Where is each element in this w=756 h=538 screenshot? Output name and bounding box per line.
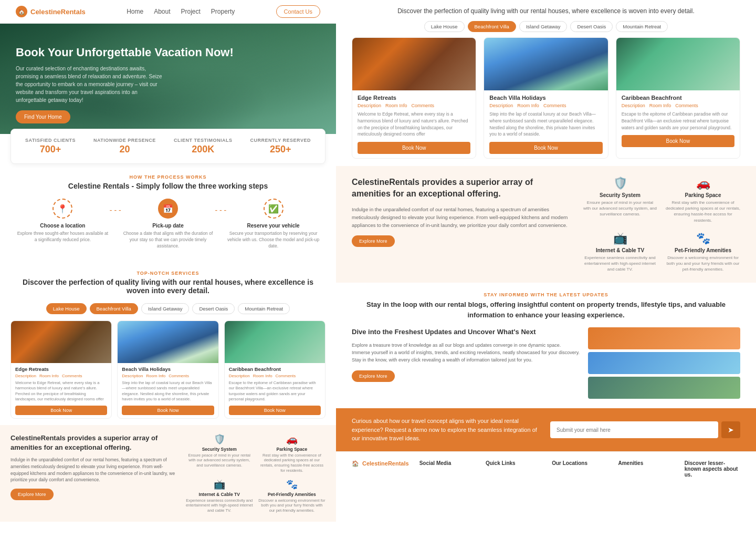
right-roominfo-tab-1[interactable]: Room Info [517,103,539,108]
step-3-title: Reserve your vehicle [226,223,320,229]
stat-reserved: CURRENTLY RESERVED 250+ [250,138,311,155]
property-section-left: TOP-NOTCH SERVICES Discover the perfecti… [0,265,336,425]
card-comments-tab-2[interactable]: Comments [276,374,296,378]
right-tab-desert-oasis[interactable]: Desert Oasis [570,21,613,32]
amenities-section-right: CelestineRentals provides a superior arr… [336,166,756,283]
stats-bar: SATISFIED CLIENTS 700+ NATIONWIDE PRESEN… [10,129,326,164]
tab-desert-oasis[interactable]: Desert Oasis [192,303,235,314]
stat-value-1: 20 [93,144,156,155]
right-desc-tab-1[interactable]: Description [489,103,513,108]
book-btn-1[interactable]: Book Now [122,406,214,415]
explore-btn-left[interactable]: Explore More [10,489,54,500]
nav-about[interactable]: About [154,8,170,15]
footer-locations: Our Locations [552,460,607,480]
right-card-img-2 [616,38,740,90]
right-card-tabs-2: Description Room Info Comments [622,103,734,108]
right-amenity-pet: 🐾 Pet-Friendly Amenities Discover a welc… [666,232,740,273]
logo: 🏠 CelestineRentals [16,6,86,17]
amenities-right-icons: 🛡️ Security System Ensure peace of mind … [583,177,740,272]
card-roominfo-tab-0[interactable]: Room Info [39,374,59,378]
card-desc-tab-0[interactable]: Description [15,374,36,378]
right-card-body-0: Edge Retreats Description Room Info Comm… [352,90,476,158]
right-book-btn-1[interactable]: Book Now [489,142,602,154]
card-comments-tab-0[interactable]: Comments [62,374,82,378]
amenities-right-desc: Indulge in the unparalleled comfort of o… [352,205,572,230]
card-comments-tab-1[interactable]: Comments [169,374,189,378]
step-2-icon: 📅 [158,199,178,219]
right-roominfo-tab-0[interactable]: Room Info [385,103,407,108]
tab-island-getaway[interactable]: Island Getaway [141,303,189,314]
right-desc-tab-2[interactable]: Description [622,103,645,108]
tab-beachfront-villa[interactable]: Beachfront Villa [90,303,138,314]
right-tab-island-getaway[interactable]: Island Getaway [519,21,567,32]
cta-section: Curious about how our travel concept ali… [336,408,756,451]
card-desc-2: Escape to the epitome of Caribbean parad… [229,380,321,402]
amenities-desc-left: Indulge in the unparalleled comfort of o… [10,457,178,483]
hero-headline: Book Your Unforgettable Vacation Now! [16,45,234,60]
blog-text: Dive into the Freshest Updates and Uncov… [352,327,580,381]
cta-send-button[interactable]: ➤ [721,421,740,438]
tab-lake-house[interactable]: Lake House [46,303,87,314]
right-internet-name: Internet & Cable TV [583,247,657,253]
card-roominfo-tab-1[interactable]: Room Info [146,374,165,378]
explore-btn-right[interactable]: Explore More [352,235,395,247]
blog-img-2 [588,352,740,374]
blog-explore-btn[interactable]: Explore More [352,370,395,382]
step-2-title: Pick-up date [121,223,215,229]
amenities-right-heading: CelestineRentals provides a superior arr… [352,177,572,200]
step-1-title: Choose a location [16,223,110,229]
nav-home[interactable]: Home [127,8,143,15]
security-icon-left: 🛡️ [186,433,253,445]
card-roominfo-tab-2[interactable]: Room Info [253,374,272,378]
right-tab-lake-house[interactable]: Lake House [424,21,465,32]
card-desc-1: Step into the lap of coastal luxury at o… [122,380,214,402]
contact-button[interactable]: Contact Us [276,5,320,18]
right-property-card-0: Edge Retreats Description Room Info Comm… [352,37,476,159]
card-desc-tab-1[interactable]: Description [122,374,143,378]
right-amenity-parking: 🚗 Parking Space Rest stay with the conve… [666,177,740,223]
stat-satisfied-clients: SATISFIED CLIENTS 700+ [25,138,76,155]
card-tabs-2: Description Room Info Comments [229,374,321,378]
hero-content: Book Your Unforgettable Vacation Now! Ou… [16,45,234,123]
blog-tag: STAY INFORMED WITH THE LATEST UPDATES [352,292,740,297]
book-btn-0[interactable]: Book Now [15,406,107,415]
right-internet-desc: Experience seamless connectivity and ent… [583,255,657,273]
nav-property[interactable]: Property [211,8,235,15]
right-tab-beachfront-villa[interactable]: Beachfront Villa [468,21,516,32]
cta-email-input[interactable] [550,421,718,438]
tab-mountain-retreat[interactable]: Mountain Retreat [238,303,290,314]
amenities-grid-left: CelestineRentals provides a superior arr… [10,433,326,513]
right-tab-mountain-retreat[interactable]: Mountain Retreat [616,21,668,32]
amenities-right-text: CelestineRentals provides a superior arr… [352,177,572,247]
right-comments-tab-0[interactable]: Comments [412,103,435,108]
right-card-title-1: Beach Villa Holidays [489,95,602,101]
right-card-body-2: Caribbean Beachfront Description Room In… [616,90,740,151]
find-home-button[interactable]: Find Your Home [16,110,70,123]
right-security-icon: 🛡️ [583,177,657,190]
stat-label-0: SATISFIED CLIENTS [25,138,76,143]
card-desc-0: Welcome to Edge Retreat, where every sta… [15,380,107,402]
right-book-btn-2[interactable]: Book Now [622,135,734,147]
card-title-2: Caribbean Beachfront [229,366,321,372]
nav-project[interactable]: Project [181,8,201,15]
step-3-desc: Secure your transportation by reserving … [226,231,320,250]
blog-section: STAY INFORMED WITH THE LATEST UPDATES St… [336,283,756,408]
right-comments-tab-1[interactable]: Comments [543,103,566,108]
card-desc-tab-2[interactable]: Description [229,374,250,378]
blog-article-desc: Explore a treasure trove of knowledge as… [352,342,580,364]
right-desc-tab-0[interactable]: Description [358,103,381,108]
book-btn-2[interactable]: Book Now [229,406,321,415]
right-book-btn-0[interactable]: Book Now [358,142,470,154]
security-name-left: Security System [186,447,253,452]
right-comments-tab-2[interactable]: Comments [675,103,698,108]
footer-amenities: Amenities [618,460,674,480]
stat-label-1: NATIONWIDE PRESENCE [93,138,156,143]
blog-img-1 [588,327,740,349]
amenities-text-left: CelestineRentals provides a superior arr… [10,433,178,513]
footer-amenities-heading: Amenities [618,460,674,466]
property-card-2: Caribbean Beachfront Description Room In… [224,320,326,419]
stat-testimonials: CLIENT TESTIMONIALS 200K [174,138,233,155]
stat-value-3: 250+ [250,144,311,155]
right-top-paragraph: Discover the perfection of quality livin… [357,6,735,16]
right-roominfo-tab-2[interactable]: Room Info [649,103,671,108]
